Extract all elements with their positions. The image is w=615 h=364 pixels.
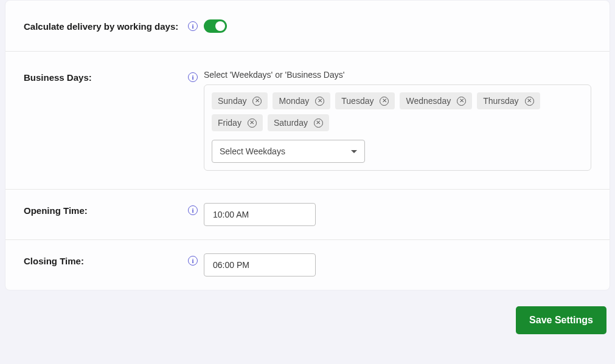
toggle-knob: [215, 21, 225, 31]
settings-panel: Calculate delivery by working days: i Bu…: [5, 0, 610, 290]
info-icon[interactable]: i: [188, 205, 198, 215]
label-working-days: Calculate delivery by working days:: [24, 19, 188, 33]
chip-label: Wednesday: [406, 96, 451, 106]
chip-label: Tuesday: [341, 96, 374, 106]
label-business-days: Business Days:: [24, 70, 188, 83]
day-chip: Sunday✕: [212, 92, 268, 109]
control-working-days: i: [188, 19, 591, 33]
save-row: Save Settings: [0, 290, 615, 334]
remove-icon[interactable]: ✕: [248, 118, 257, 128]
label-closing-time: Closing Time:: [24, 253, 188, 276]
info-icon[interactable]: i: [188, 256, 198, 266]
remove-icon[interactable]: ✕: [315, 97, 324, 106]
info-icon[interactable]: i: [188, 21, 198, 31]
toggle-working-days[interactable]: [204, 19, 227, 33]
chip-label: Friday: [218, 118, 241, 128]
label-opening-time: Opening Time:: [24, 203, 188, 226]
control-closing-time: i: [188, 253, 591, 276]
info-icon[interactable]: i: [188, 72, 198, 82]
chip-label: Monday: [279, 96, 309, 106]
remove-icon[interactable]: ✕: [380, 97, 389, 106]
day-chip: Thursday✕: [477, 92, 540, 109]
business-days-wrapper: Select 'Weekdays' or 'Business Days' Sun…: [204, 70, 591, 171]
save-button[interactable]: Save Settings: [516, 306, 606, 334]
helper-text: Select 'Weekdays' or 'Business Days': [204, 70, 591, 80]
day-chip: Saturday✕: [268, 114, 329, 131]
select-weekdays[interactable]: Select Weekdays: [212, 140, 365, 163]
row-opening-time: Opening Time: i: [5, 190, 610, 240]
chevron-down-icon: [351, 150, 357, 153]
row-business-days: Business Days: i Select 'Weekdays' or 'B…: [5, 52, 610, 190]
row-closing-time: Closing Time: i: [5, 240, 610, 290]
row-working-days: Calculate delivery by working days: i: [5, 1, 610, 52]
opening-time-input[interactable]: [204, 203, 316, 226]
remove-icon[interactable]: ✕: [252, 97, 262, 106]
day-chip: Monday✕: [273, 92, 330, 109]
control-opening-time: i: [188, 203, 591, 226]
select-placeholder: Select Weekdays: [220, 146, 285, 156]
day-chip: Wednesday✕: [400, 92, 472, 109]
remove-icon[interactable]: ✕: [457, 97, 466, 106]
closing-time-input[interactable]: [204, 253, 316, 276]
chip-label: Sunday: [218, 96, 246, 106]
control-business-days: i Select 'Weekdays' or 'Business Days' S…: [188, 70, 591, 171]
day-chip: Friday✕: [212, 114, 263, 131]
remove-icon[interactable]: ✕: [525, 97, 534, 106]
remove-icon[interactable]: ✕: [314, 118, 323, 128]
chips-row: Sunday✕Monday✕Tuesday✕Wednesday✕Thursday…: [212, 92, 583, 131]
days-container: Sunday✕Monday✕Tuesday✕Wednesday✕Thursday…: [204, 84, 591, 171]
chip-label: Thursday: [483, 96, 518, 106]
chip-label: Saturday: [274, 118, 308, 128]
day-chip: Tuesday✕: [335, 92, 395, 109]
